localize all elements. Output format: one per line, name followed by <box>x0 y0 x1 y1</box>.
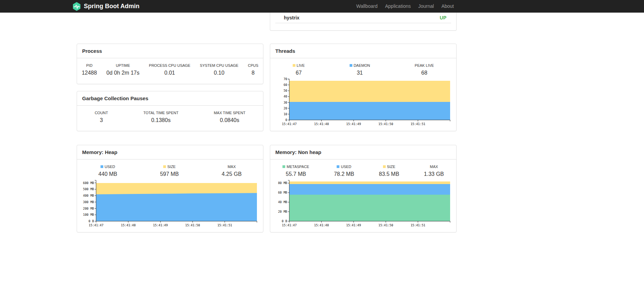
metric-value: 83.5 MB <box>379 171 399 177</box>
metric-label: PROCESS CPU USAGE <box>149 63 190 67</box>
application-status-panel: hystrix UP <box>270 13 457 31</box>
metric-heap-used: USED 440 MB <box>98 165 117 177</box>
metric-label-text: MAX <box>430 165 438 169</box>
brand-link[interactable]: Spring Boot Admin <box>72 2 139 11</box>
metric-value: 0.10 <box>200 70 239 76</box>
brand-title: Spring Boot Admin <box>84 3 139 10</box>
metric-value: 12488 <box>82 70 97 76</box>
metric-label: SIZE <box>160 165 179 169</box>
metric-label-text: TOTAL TIME SPENT <box>143 111 179 115</box>
svg-text:0 B: 0 B <box>282 219 287 223</box>
metric-gc-total-time: TOTAL TIME SPENT 0.1380s <box>143 111 179 123</box>
metric-label-text: SYSTEM CPU USAGE <box>200 63 239 67</box>
top-navbar: Spring Boot Admin Wallboard Applications… <box>0 0 644 13</box>
metric-value: 67 <box>293 70 305 76</box>
metric-label: METASPACE <box>282 165 309 169</box>
threads-panel: Threads LIVE 67 DAEMON 31 PEAK LIVE 68 <box>270 44 457 131</box>
svg-text:0 B: 0 B <box>89 219 94 223</box>
metric-peak-live-threads: PEAK LIVE 68 <box>415 63 434 76</box>
svg-text:15:41:50: 15:41:50 <box>379 122 393 126</box>
svg-text:500 MB: 500 MB <box>83 187 94 191</box>
memory-heap-chart: 0 B100 MB200 MB300 MB400 MB500 MB600 MB1… <box>81 178 258 230</box>
svg-text:50: 50 <box>283 89 287 92</box>
used-legend-swatch-icon <box>337 165 339 168</box>
svg-text:0: 0 <box>286 118 287 122</box>
nav-item-about[interactable]: About <box>438 0 458 13</box>
size-legend-swatch-icon <box>383 165 386 168</box>
svg-text:15:41:48: 15:41:48 <box>314 224 329 227</box>
metric-value: 597 MB <box>160 171 179 177</box>
metric-label: MAX <box>221 165 242 169</box>
metric-label: USED <box>98 165 117 169</box>
metric-label: DAEMON <box>350 63 370 67</box>
metric-label: PID <box>82 63 97 67</box>
metric-label-text: CPUS <box>248 63 258 67</box>
metric-label-text: METASPACE <box>287 165 309 169</box>
metric-value: 0.1380s <box>143 117 179 123</box>
metric-label: USED <box>334 165 354 169</box>
metric-label-text: PEAK LIVE <box>415 63 434 67</box>
svg-text:15:41:47: 15:41:47 <box>282 122 296 126</box>
svg-text:200 MB: 200 MB <box>83 207 94 210</box>
svg-text:80 MB: 80 MB <box>278 181 287 185</box>
metric-label-text: LIVE <box>297 63 305 67</box>
svg-text:15:41:50: 15:41:50 <box>379 224 393 227</box>
metric-label: SYSTEM CPU USAGE <box>200 63 239 67</box>
metric-label-text: SIZE <box>167 165 175 169</box>
nav-item-wallboard[interactable]: Wallboard <box>352 0 381 13</box>
metric-label: LIVE <box>293 63 305 67</box>
svg-text:40 MB: 40 MB <box>278 200 287 204</box>
metric-label-text: SIZE <box>387 165 395 169</box>
metric-label: MAX TIME SPENT <box>214 111 245 115</box>
memory-nonheap-chart: 0 B20 MB40 MB60 MB80 MB15:41:4715:41:481… <box>274 178 451 230</box>
metric-value: 0.0840s <box>214 117 245 123</box>
metric-gc-count: COUNT 3 <box>95 111 108 123</box>
svg-text:15:41:51: 15:41:51 <box>217 224 232 227</box>
metric-label-text: PROCESS CPU USAGE <box>149 63 190 67</box>
metric-nonheap-used: USED 78.2 MB <box>334 165 354 177</box>
metric-system-cpu: SYSTEM CPU USAGE 0.10 <box>200 63 239 76</box>
metric-cpus: CPUS 8 <box>248 63 258 76</box>
svg-text:15:41:48: 15:41:48 <box>314 122 329 126</box>
metric-label: PEAK LIVE <box>415 63 434 67</box>
svg-text:15:41:49: 15:41:49 <box>346 122 361 126</box>
memory-heap-panel: Memory: Heap USED 440 MB SIZE 597 MB MAX… <box>77 145 263 232</box>
size-legend-swatch-icon <box>163 165 166 168</box>
metric-heap-size: SIZE 597 MB <box>160 165 179 177</box>
metric-value: 440 MB <box>98 171 117 177</box>
metric-label-text: COUNT <box>95 111 108 115</box>
health-indicator-name: hystrix <box>284 15 300 20</box>
metric-label-text: MAX <box>228 165 236 169</box>
gc-pauses-panel: Garbage Collection Pauses COUNT 3 TOTAL … <box>77 91 263 131</box>
process-metrics: PID 12488 UPTIME 0d 0h 2m 17s PROCESS CP… <box>77 58 263 76</box>
metric-label-text: PID <box>86 63 92 67</box>
metric-value: 31 <box>350 70 370 76</box>
metric-label-text: USED <box>105 165 115 169</box>
svg-text:15:41:47: 15:41:47 <box>282 224 296 227</box>
metric-label-text: USED <box>341 165 351 169</box>
metric-value: 68 <box>415 70 434 76</box>
svg-text:20 MB: 20 MB <box>278 210 287 213</box>
nav-item-journal[interactable]: Journal <box>414 0 438 13</box>
svg-text:60: 60 <box>283 83 287 87</box>
nav-item-applications[interactable]: Applications <box>381 0 415 13</box>
svg-text:15:41:51: 15:41:51 <box>411 224 425 227</box>
metric-label-text: MAX TIME SPENT <box>214 111 245 115</box>
metric-label-text: UPTIME <box>116 63 130 67</box>
metric-heap-max: MAX 4.25 GB <box>221 165 242 177</box>
metric-gc-max-time: MAX TIME SPENT 0.0840s <box>214 111 245 123</box>
spring-boot-admin-logo-icon <box>72 2 81 11</box>
metaspace-legend-swatch-icon <box>282 165 285 168</box>
metric-value: 3 <box>95 117 108 123</box>
svg-text:40: 40 <box>283 95 287 98</box>
svg-text:15:41:48: 15:41:48 <box>121 224 136 227</box>
metric-value: 0d 0h 2m 17s <box>106 70 139 76</box>
status-badge: UP <box>440 15 446 20</box>
page-content: hystrix UP Process PID 12488 UPTIME 0d 0… <box>72 13 458 304</box>
metric-nonheap-max: MAX 1.33 GB <box>424 165 444 177</box>
metric-value: 0.01 <box>149 70 190 76</box>
metric-value: 8 <box>248 70 258 76</box>
svg-text:15:41:51: 15:41:51 <box>411 122 425 126</box>
metric-value: 4.25 GB <box>221 171 242 177</box>
metric-label: TOTAL TIME SPENT <box>143 111 179 115</box>
